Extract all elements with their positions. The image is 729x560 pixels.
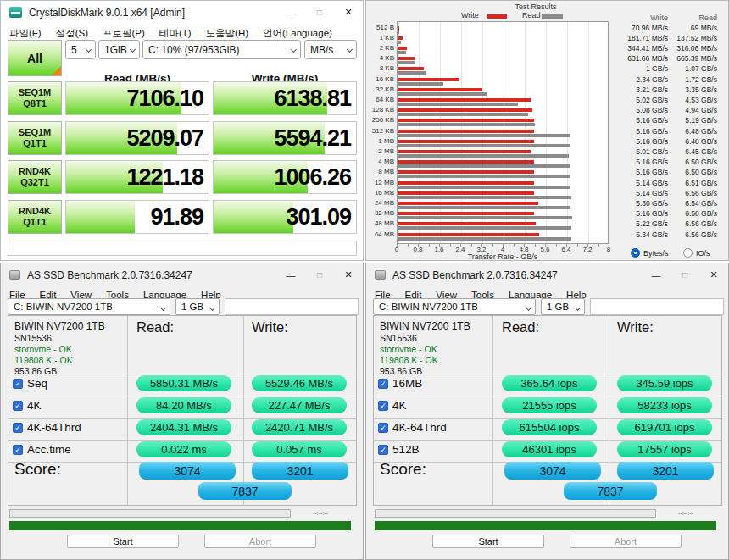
tick-mark [524,244,525,247]
size-label: 2 KB [366,44,394,52]
write-bar [398,78,459,81]
bytes-per-sec-radio[interactable] [631,248,640,258]
checkbox-checked[interactable]: ✓ [13,445,23,455]
score-label: Score: [14,460,61,479]
minimize-icon[interactable]: — [276,263,305,286]
minimize-icon[interactable]: — [276,1,305,24]
checkbox-checked[interactable]: ✓ [378,401,388,411]
menu-item[interactable]: 설정(S) [56,27,88,40]
read-value: 4.53 GB/s [661,96,717,104]
gridline [546,22,547,243]
read-result-value: 5209.07 [126,125,203,151]
chevron-down-icon [86,47,92,53]
read-value: 6.48 GB/s [661,137,717,146]
write-bar [398,181,534,185]
all-test-button[interactable]: All [8,40,62,76]
target-drive-select[interactable]: C: 10% (97/953GiB) [142,40,301,59]
test-size-select[interactable]: 1 GB [175,298,220,315]
test-type-button[interactable]: SEQ1MQ1T1 [8,121,62,155]
start-button[interactable]: Start [432,535,544,548]
checkbox-checked[interactable]: ✓ [378,379,388,389]
size-label: 64 MB [366,230,394,238]
write-bar [398,150,531,153]
read-value: 137.52 MB/s [661,34,717,42]
read-bar [398,216,572,219]
test-name-label: 4K-64Thrd [27,421,81,434]
checkbox-checked[interactable]: ✓ [13,401,23,411]
read-result-pill: 2404.31 MB/s [136,419,231,435]
tick-mark [503,244,504,247]
write-bar [398,233,539,236]
read-bar [398,41,401,44]
read-result-pill: 21555 iops [502,397,597,413]
maximize-icon[interactable]: □ [305,263,334,286]
read-bar [398,186,570,189]
drive-select[interactable]: C: BIWIN NV7200 1TB [373,298,536,315]
write-bar [398,202,538,205]
size-label: 8 MB [366,168,394,175]
menu-item[interactable]: 프로필(P) [103,27,145,40]
menu-item[interactable]: 파일(F) [9,27,42,40]
start-button[interactable]: Start [67,535,179,548]
checkbox-checked[interactable]: ✓ [378,445,388,455]
io-per-sec-radio[interactable] [683,248,693,258]
read-bar [398,154,569,158]
close-icon[interactable]: ✕ [334,263,363,286]
read-score-pill: 3074 [504,462,601,480]
chart-plot-area [397,21,609,244]
tick-mark [397,244,398,247]
checkbox-checked[interactable]: ✓ [378,423,388,433]
test-size-select[interactable]: 1 GB [541,298,585,315]
drive-select[interactable]: C: BIWIN NV7200 1TB [8,298,170,315]
target-drive-value: C: 10% (97/953GiB) [148,44,239,56]
checkbox-checked[interactable]: ✓ [13,423,23,433]
minimize-icon[interactable]: — [642,263,671,286]
gridline [504,22,504,243]
ssd-window-title: AS SSD Benchmark 2.0.7316.34247 [392,269,558,281]
maximize-icon[interactable]: □ [305,1,334,24]
close-icon[interactable]: ✕ [699,263,728,286]
test-type-button[interactable]: SEQ1MQ8T1 [8,81,62,115]
drive-model: BIWIN NV7200 1TB [380,319,470,333]
read-value: 6.56 GB/s [661,219,717,228]
write-bar [398,108,532,112]
maximize-icon[interactable]: □ [671,263,699,286]
test-count-select[interactable]: 5 [65,40,96,59]
test-type-button[interactable]: RND4KQ1T1 [8,200,62,234]
test-size-select[interactable]: 1GiB [98,40,140,59]
result-fill-bar [214,201,293,233]
close-icon[interactable]: ✕ [334,1,363,24]
read-value: 6.58 GB/s [661,209,717,218]
checkbox-checked[interactable]: ✓ [13,379,23,389]
io-per-sec-label: IO/s [696,249,710,258]
test-count-value: 5 [71,44,77,56]
row-divider [374,418,721,419]
test-name-label: 16MB [392,377,422,390]
read-result-pill: 84.20 MB/s [136,397,231,413]
write-result-pill: 345.59 iops [617,375,712,391]
write-result-pill: 5529.46 MB/s [252,375,347,391]
read-bar [398,134,570,137]
menu-item[interactable]: 언어(Language) [263,27,332,40]
ssd-titlebar[interactable]: AS SSD Benchmark 2.0.7316.34247 — □ ✕ [1,263,363,286]
write-result-value: 5594.21 [274,125,351,151]
menu-item[interactable]: 테마(T) [159,27,192,40]
ssd-titlebar[interactable]: AS SSD Benchmark 2.0.7316.34247 — □ ✕ [366,263,728,286]
x-axis-label: Transfer Rate - GB/s [439,252,566,261]
unit-select[interactable]: MB/s [304,40,357,59]
read-legend-swatch [542,14,563,19]
menu-item[interactable]: 도움말(H) [206,27,248,40]
tick-mark [481,244,482,247]
size-label: 4 MB [366,158,394,165]
tick-mark [545,244,546,247]
drive-capacity: 953.86 GB [380,366,470,377]
write-bar [398,222,536,225]
write-value: 70.96 MB/s [609,24,668,32]
read-bar [398,175,570,178]
test-size-value: 1 GB [181,302,203,312]
test-type-button[interactable]: RND4KQ32T1 [8,160,62,194]
x-tick-label: 7.2 [582,246,592,253]
write-value: 5.16 GB/s [609,168,668,176]
read-bar [398,82,443,86]
cdm-titlebar[interactable]: CrystalDiskMark 9.0.1 x64 [Admin] — □ ✕ [1,1,363,24]
